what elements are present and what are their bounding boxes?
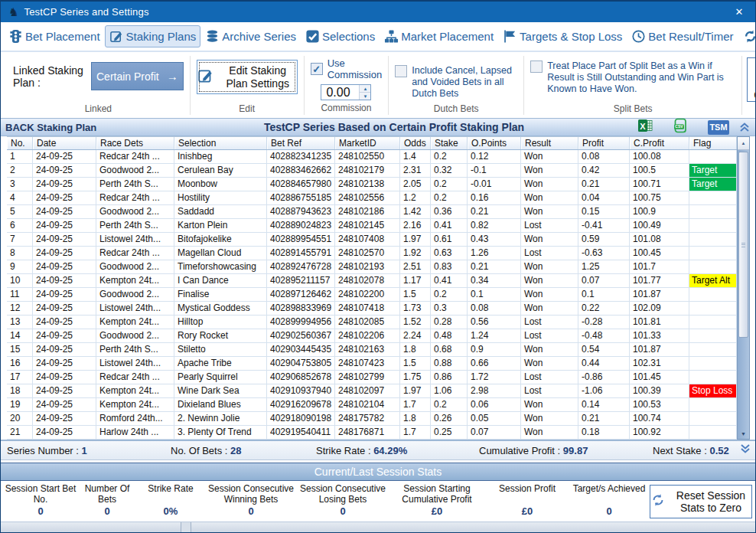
expand-stats-chevron-icon[interactable] xyxy=(739,443,751,458)
cell-o-points: 0.12 xyxy=(468,150,521,164)
cell-no: 15 xyxy=(7,343,33,357)
table-row[interactable]: 424-09-25Redcar 24th ...Hostility4028867… xyxy=(7,191,737,205)
cell-c-profit: 101.08 xyxy=(630,233,689,247)
cell-result: Lost xyxy=(521,371,578,384)
table-row[interactable]: 1024-09-25Kempton 24t...I Can Dance40289… xyxy=(7,274,737,288)
table-row[interactable]: 1824-09-25Kempton 24t...Wine Dark Sea402… xyxy=(7,384,737,398)
column-header-result[interactable]: Result xyxy=(521,137,578,149)
cell-no: 4 xyxy=(7,191,33,205)
column-header-stake[interactable]: Stake xyxy=(431,137,468,149)
table-row[interactable]: 124-09-25Redcar 24th ...Inishbeg40288234… xyxy=(7,150,737,164)
column-header-marketid[interactable]: MarketID xyxy=(335,137,400,149)
nav-item-bet-placement[interactable]: Bet Placement xyxy=(4,25,105,47)
cell-o-points: 0.21 xyxy=(468,205,521,219)
cell-odds: 2.05 xyxy=(400,178,431,191)
table-row[interactable]: 1524-09-25Perth 24th S...Stiletto4029034… xyxy=(7,343,737,357)
cell-odds: 1.92 xyxy=(400,247,431,260)
cell-c-profit: 100.39 xyxy=(630,384,689,398)
cell-no: 19 xyxy=(7,398,33,412)
linked-caption: Linked xyxy=(85,103,112,114)
nav-item-archive-series[interactable]: Archive Series xyxy=(200,25,301,47)
cell-marketid: 248107423 xyxy=(335,357,400,371)
bottom-scroll-strip[interactable] xyxy=(1,522,755,532)
scroll-up-icon[interactable]: ▲ xyxy=(738,137,749,150)
cell-result: Won xyxy=(521,357,578,371)
table-row[interactable]: 1324-09-25Kempton 24t...Hilltop402899994… xyxy=(7,316,737,329)
column-header-selection[interactable]: Selection xyxy=(174,137,267,149)
nav-item-targets-stop-loss[interactable]: Targets & Stop Loss xyxy=(498,25,627,47)
table-row[interactable]: 624-09-25Perth 24th S...Karton Plein4028… xyxy=(7,219,737,233)
table-row[interactable]: 524-09-25Goodwood 2...Saddadd40288794362… xyxy=(7,205,737,219)
cell-profit: -1.06 xyxy=(578,384,630,398)
dutch-bets-checkbox[interactable] xyxy=(395,65,407,77)
table-row[interactable]: 1924-09-25Kempton 24t...Dixieland Blues4… xyxy=(7,398,737,412)
table-row[interactable]: 324-09-25Perth 24th S...Moonbow402884657… xyxy=(7,178,737,191)
export-excel-icon[interactable]: X xyxy=(637,118,653,136)
cell-bet-ref: 402891455791 xyxy=(267,247,335,260)
nav-item-bet-result-timer[interactable]: Bet Result/Timer xyxy=(627,25,738,47)
cell-date: 24-09-25 xyxy=(33,191,96,205)
nav-item-daily-refresh[interactable]: Daily Refresh xyxy=(738,25,756,47)
nav-item-selections[interactable]: Selections xyxy=(301,25,380,47)
table-row[interactable]: 724-09-25Listowel 24th...Bitofajokelike4… xyxy=(7,233,737,247)
cell-date: 24-09-25 xyxy=(33,205,96,219)
table-row[interactable]: 824-09-25Redcar 24th ...Magellan Cloud40… xyxy=(7,247,737,260)
reset-session-stats-button[interactable]: Reset Session Stats to Zero xyxy=(650,485,752,518)
export-csv-icon[interactable]: CSV xyxy=(673,118,688,136)
column-header-c-profit[interactable]: C.Profit xyxy=(630,137,689,149)
tsm-button[interactable]: TSM xyxy=(708,120,729,135)
table-row[interactable]: 224-09-25Goodwood 2...Cerulean Bay402883… xyxy=(7,164,737,178)
column-header-bet-ref[interactable]: Bet Ref xyxy=(267,137,335,149)
scroll-down-icon[interactable]: ▼ xyxy=(738,431,749,437)
table-row[interactable]: 924-09-25Goodwood 2...Timeforshowcasing4… xyxy=(7,260,737,274)
split-bets-checkbox[interactable] xyxy=(530,60,543,73)
cell-flag xyxy=(689,302,737,316)
column-header-race-dets[interactable]: Race Dets xyxy=(96,137,174,149)
save-all-changes-button[interactable]: Save All Changes xyxy=(747,57,756,102)
cell-selection: Moonbow xyxy=(174,178,267,191)
cell-odds: 1.5 xyxy=(400,288,431,302)
cell-bet-ref: 402889954551 xyxy=(267,233,335,247)
cell-no: 5 xyxy=(7,205,33,219)
cell-odds: 1.8 xyxy=(400,343,431,357)
cell-no: 10 xyxy=(7,274,33,288)
vertical-scrollbar[interactable]: ▲ ▼ xyxy=(737,136,750,440)
cell-result: Won xyxy=(521,302,578,316)
table-row[interactable]: 1624-09-25Listowel 24th...Apache Tribe40… xyxy=(7,357,737,371)
column-header-o-points[interactable]: O.Points xyxy=(468,137,521,149)
split-bets-label: Treat Place Part of Split Bet as a Win i… xyxy=(547,60,735,94)
dutch-bets-group: Include Cancel, Lapsed and Voided Bets i… xyxy=(389,56,524,115)
cell-no: 2 xyxy=(7,164,33,178)
linked-staking-plan-label: Linked Staking Plan : xyxy=(13,64,85,89)
collapse-grid-chevron-icon[interactable] xyxy=(738,121,751,133)
cell-odds: 1.52 xyxy=(400,316,431,329)
cell-selection: Finalise xyxy=(174,288,267,302)
nav-item-staking-plans[interactable]: Staking Plans xyxy=(105,25,201,47)
cell-profit: -0.41 xyxy=(578,219,630,233)
cell-bet-ref: 402906852678 xyxy=(267,371,335,384)
close-button[interactable]: ✕ xyxy=(723,2,755,22)
column-header-flag[interactable]: Flag xyxy=(689,137,737,149)
cell-odds: 1.4 xyxy=(400,150,431,164)
nav-item-market-placement[interactable]: Market Placement xyxy=(380,25,498,47)
cell-profit: 0.44 xyxy=(578,357,630,371)
table-row[interactable]: 1124-09-25Goodwood 2...Finalise402897126… xyxy=(7,288,737,302)
column-header-profit[interactable]: Profit xyxy=(578,137,630,149)
column-header-no[interactable]: No. xyxy=(7,137,33,149)
column-header-odds[interactable]: Odds xyxy=(400,137,431,149)
certain-profit-button[interactable]: Certain Profit → xyxy=(91,62,184,90)
commission-spinner[interactable]: 0.00 ▲ ▼ xyxy=(321,84,371,100)
cell-race-dets: Redcar 24th ... xyxy=(96,191,174,205)
table-row[interactable]: 1224-09-25Listowel 24th...Mystical Godde… xyxy=(7,302,737,316)
table-row[interactable]: 2024-09-25Romford 24th...2. Newinn Jolie… xyxy=(7,412,737,426)
scrollbar-thumb[interactable] xyxy=(738,152,748,338)
spinner-down-icon[interactable]: ▼ xyxy=(360,93,370,100)
table-row[interactable]: 2124-09-25Harlow 24th ...3. Plenty Of Tr… xyxy=(7,426,737,440)
table-row[interactable]: 1724-09-25Redcar 24th ...Pearly Squirrel… xyxy=(7,371,737,384)
column-header-date[interactable]: Date xyxy=(33,137,96,149)
table-row[interactable]: 1424-09-25Goodwood 2...Rory Rocket402902… xyxy=(7,329,737,343)
use-commission-checkbox[interactable]: ✓ xyxy=(311,63,323,75)
spinner-up-icon[interactable]: ▲ xyxy=(360,85,370,93)
edit-staking-plan-button[interactable]: Edit Staking Plan Settings xyxy=(197,60,298,94)
sitemap-icon xyxy=(384,29,399,44)
